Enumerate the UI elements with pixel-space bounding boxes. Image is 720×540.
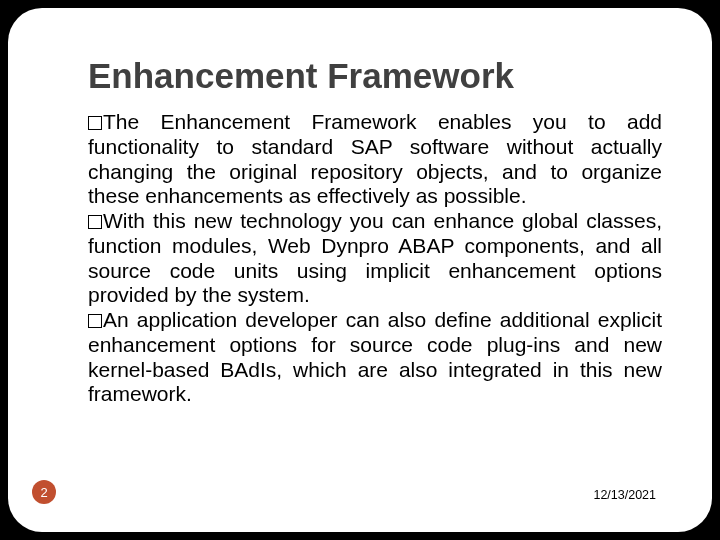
slide-content: The Enhancement Framework enables you to… xyxy=(88,110,662,407)
page-number-badge: 2 xyxy=(32,480,56,504)
bullet-text: With this new technology you can enhance… xyxy=(88,209,662,306)
slide: Enhancement Framework The Enhancement Fr… xyxy=(8,8,712,532)
checkbox-icon xyxy=(88,116,102,130)
bullet-item: With this new technology you can enhance… xyxy=(88,209,662,308)
checkbox-icon xyxy=(88,215,102,229)
slide-title: Enhancement Framework xyxy=(88,56,662,96)
bullet-text: The Enhancement Framework enables you to… xyxy=(88,110,662,207)
page-number: 2 xyxy=(40,485,47,500)
checkbox-icon xyxy=(88,314,102,328)
bullet-item: The Enhancement Framework enables you to… xyxy=(88,110,662,209)
bullet-text: An application developer can also define… xyxy=(88,308,662,405)
slide-date: 12/13/2021 xyxy=(593,488,656,502)
bullet-item: An application developer can also define… xyxy=(88,308,662,407)
